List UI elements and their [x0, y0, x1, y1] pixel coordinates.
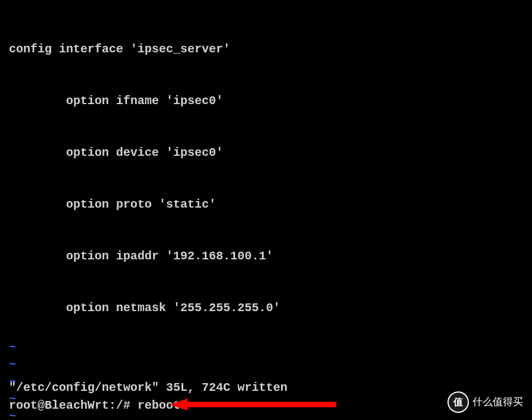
config-option: option netmask '255.255.255.0'	[9, 299, 523, 316]
vim-status-line: "/etc/config/network" 35L, 724C written	[9, 379, 287, 396]
watermark-badge-text: 值	[453, 395, 463, 409]
svg-marker-1	[170, 399, 187, 410]
config-block: config interface 'ipsec_server' option i…	[9, 6, 523, 334]
shell-prompt[interactable]: root@BleachWrt:/# reboot	[9, 397, 180, 414]
annotation-arrow-icon	[170, 397, 336, 412]
tilde-marker: ~	[9, 356, 523, 373]
tilde-marker: ~	[9, 338, 523, 356]
config-option: option ipaddr '192.168.100.1'	[9, 247, 523, 265]
config-option: option ifname 'ipsec0'	[9, 92, 523, 109]
config-option: option proto 'static'	[9, 196, 523, 213]
config-header: config interface 'ipsec_server'	[9, 40, 523, 58]
watermark-badge-icon: 值	[447, 391, 469, 413]
watermark-text: 什么值得买	[472, 395, 523, 410]
config-option: option device 'ipsec0'	[9, 144, 523, 161]
watermark: 值 什么值得买	[447, 391, 523, 413]
